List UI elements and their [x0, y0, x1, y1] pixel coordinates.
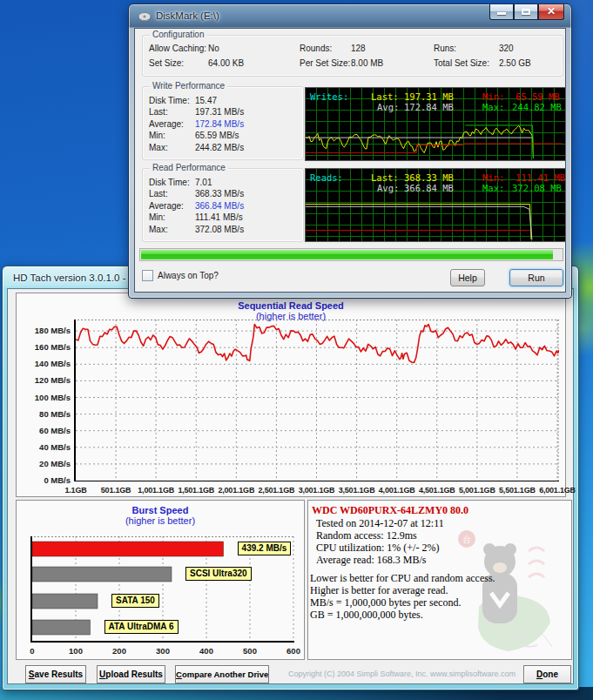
- write-min-value: 65.59 MB/s: [195, 131, 239, 140]
- y-tick-label: 160 MB/s: [17, 342, 71, 352]
- note-mbs: MB/s = 1,000,000 bytes per second.: [310, 596, 461, 609]
- runs-label: Runs:: [434, 44, 456, 53]
- y-axis: [30, 536, 32, 643]
- done-button[interactable]: Done: [523, 665, 571, 683]
- burst-chart-title: Burst Speed: [17, 505, 304, 515]
- x-axis: [74, 481, 559, 481]
- writegraph-svg: [306, 88, 563, 158]
- read-min-value: 111.41 MB/s: [195, 212, 243, 222]
- total-set-size-value: 2.50 GB: [499, 58, 531, 68]
- y-tick-label: 60 MB/s: [17, 426, 71, 435]
- mini-series: [306, 125, 533, 158]
- taiwan-bear-watermark-icon: 台: [455, 527, 563, 656]
- diskmark-window-title[interactable]: DiskMark (E:\): [156, 10, 219, 21]
- minimize-button[interactable]: [489, 4, 514, 20]
- bar-label: ATA UltraDMA 6: [104, 620, 179, 634]
- read-disk-time-label: Disk Time:: [149, 178, 190, 187]
- burst-x-tick-label: 100: [63, 646, 89, 656]
- note-higher-better: Higher is better for average read.: [310, 584, 448, 597]
- write-disk-time-value: 15.47: [195, 96, 217, 105]
- upload-results-button[interactable]: Upload Results: [97, 665, 165, 683]
- allow-caching-label: Allow Caching:: [149, 44, 206, 53]
- per-set-size-value: 8.00 MB: [351, 58, 383, 68]
- svg-text:台: 台: [462, 535, 471, 544]
- save-results-button[interactable]: Save Results: [25, 665, 86, 683]
- window-controls: ✕: [489, 4, 564, 20]
- read-average-label: Average:: [149, 201, 184, 211]
- set-size-label: Set Size:: [149, 58, 184, 68]
- write-average-label: Average:: [149, 119, 184, 129]
- compare-another-drive-button[interactable]: Compare Another Drive: [175, 665, 269, 683]
- x-axis: [30, 641, 294, 643]
- write-last-value: 197.31 MB/s: [195, 107, 244, 117]
- note-gb: GB = 1,000,000,000 bytes.: [310, 609, 423, 622]
- per-set-size-label: Per Set Size:: [300, 58, 350, 68]
- y-tick-label: 0 MB/s: [17, 475, 71, 485]
- burst-speed-panel: Burst Speed (higher is better) 439.2 MB/…: [16, 500, 305, 660]
- bar-label: SCSI Ultra320: [185, 567, 252, 581]
- read-last-label: Last:: [149, 189, 168, 199]
- sequential-chart-plot: [74, 320, 559, 481]
- bar-label: SATA 150: [111, 594, 159, 608]
- total-set-size-label: Total Set Size:: [434, 58, 489, 68]
- hdtach-window-title[interactable]: HD Tach version 3.0.1.0 - Fo: [13, 273, 140, 283]
- burst-x-tick-label: 300: [150, 646, 176, 656]
- y-tick-label: 20 MB/s: [17, 459, 71, 468]
- y-tick-label: 80 MB/s: [17, 409, 71, 419]
- write-disk-time-label: Disk Time:: [149, 96, 190, 105]
- burst-x-tick-label: 0: [19, 646, 45, 656]
- burst-x-tick-label: 500: [237, 646, 263, 656]
- bar-ata-ultradma-6: [32, 620, 91, 635]
- read-average-value: 366.84 MB/s: [195, 201, 244, 211]
- burst-chart-subtitle: (higher is better): [17, 515, 304, 526]
- desktop: HD Tach version 3.0.1.0 - Fo Sequential …: [0, 0, 593, 700]
- write-performance-graph: Writes: Last: 197.31 MB Min: 65.59 MB Av…: [305, 87, 566, 161]
- progress-bar-fill: [141, 250, 553, 259]
- always-on-top-checkbox[interactable]: [142, 270, 153, 281]
- write-average-value: 172.84 MB/s: [195, 119, 244, 129]
- write-max-label: Max:: [149, 143, 168, 152]
- y-axis: [74, 320, 76, 481]
- hdtach-window: HD Tach version 3.0.1.0 - Fo Sequential …: [2, 266, 579, 690]
- burst-x-tick-label: 200: [106, 646, 132, 656]
- info-tested-on: Tested on 2014-12-07 at 12:11: [316, 517, 444, 530]
- info-average-read: Average read: 168.3 MB/s: [316, 554, 426, 567]
- runs-value: 320: [499, 44, 514, 53]
- info-random-access: Random access: 12.9ms: [316, 529, 417, 542]
- help-button[interactable]: Help: [450, 269, 485, 286]
- bar-label: 439.2 MB/s: [238, 542, 292, 555]
- rounds-label: Rounds:: [300, 44, 332, 53]
- read-min-label: Min:: [149, 212, 165, 222]
- maximize-button[interactable]: [514, 4, 538, 20]
- write-performance-label: Write Performance: [150, 81, 227, 91]
- read-disk-time-value: 7.01: [195, 178, 212, 187]
- run-button[interactable]: Run: [509, 269, 563, 286]
- write-min-label: Min:: [149, 131, 165, 140]
- set-size-value: 64.00 KB: [208, 58, 244, 68]
- y-tick-label: 40 MB/s: [17, 442, 71, 452]
- write-last-label: Last:: [149, 107, 168, 117]
- bar-439-2-mb-s: [32, 542, 224, 556]
- configuration-group: Configuration: [142, 35, 563, 77]
- close-button[interactable]: ✕: [538, 4, 564, 20]
- minimize-icon: [497, 12, 506, 15]
- diskmark-window: DiskMark (E:\) ✕ Configuration Allow Cac…: [128, 3, 572, 299]
- drive-model: WDC WD60PURX-64LZMY0 80.0: [312, 504, 468, 517]
- sequential-read-line: [76, 325, 559, 363]
- y-tick-label: 100 MB/s: [17, 393, 71, 402]
- y-tick-label: 180 MB/s: [17, 326, 71, 335]
- hdtach-client-area: Sequential Read Speed (higher is better)…: [7, 288, 574, 684]
- mini-series: [306, 144, 563, 153]
- progress-bar: [139, 248, 563, 261]
- close-icon: ✕: [539, 5, 563, 18]
- sequential-chart-svg: [74, 320, 559, 481]
- copyright-text: Copyright (C) 2004 Simpli Software, Inc.…: [288, 670, 516, 678]
- read-max-value: 372.08 MB/s: [195, 225, 244, 234]
- maximize-icon: [522, 9, 530, 15]
- write-max-value: 244.82 MB/s: [195, 143, 244, 152]
- readgraph-svg: [306, 169, 563, 239]
- mini-series: [306, 205, 531, 240]
- rounds-value: 128: [351, 44, 366, 53]
- x-tick-label: 6,001.1GB: [533, 486, 582, 495]
- mini-series: [306, 206, 532, 239]
